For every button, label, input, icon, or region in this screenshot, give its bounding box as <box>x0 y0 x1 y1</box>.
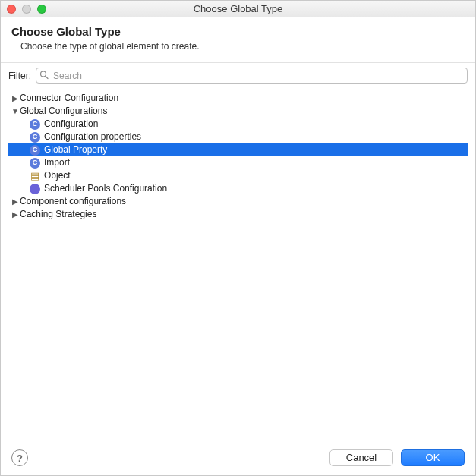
search-input[interactable] <box>36 68 468 84</box>
tree-item-global-configurations[interactable]: ▼ Global Configurations <box>8 105 468 118</box>
tree-item-label: Object <box>43 169 71 182</box>
filter-row: Filter: <box>1 63 475 90</box>
tree-item-label: Scheduler Pools Configuration <box>43 182 167 195</box>
mule-config-icon: C <box>30 145 40 156</box>
help-button[interactable]: ? <box>11 449 28 466</box>
page-subtitle: Choose the type of global element to cre… <box>20 41 465 52</box>
object-icon: ▤ <box>30 171 40 181</box>
window-title: Choose Global Type <box>1 3 475 14</box>
zoom-icon[interactable] <box>37 5 46 14</box>
cancel-button[interactable]: Cancel <box>329 449 393 466</box>
window-controls <box>7 5 46 14</box>
close-icon[interactable] <box>7 5 16 14</box>
tree-item-label: Import <box>43 156 70 169</box>
tree-container[interactable]: ▶ Connector Configuration ▼ Global Confi… <box>8 90 468 443</box>
dialog-footer: ? Cancel OK <box>1 443 475 475</box>
tree-item-label: Global Configurations <box>19 105 107 118</box>
titlebar: Choose Global Type <box>1 1 475 17</box>
chevron-right-icon[interactable]: ▶ <box>11 208 19 221</box>
tree-item-component-configurations[interactable]: ▶ Component configurations <box>8 195 468 208</box>
tree-item-caching-strategies[interactable]: ▶ Caching Strategies <box>8 208 468 221</box>
button-label: Cancel <box>346 452 377 463</box>
mule-config-icon: C <box>30 119 40 130</box>
filter-label: Filter: <box>8 71 31 81</box>
chevron-down-icon[interactable]: ▼ <box>11 105 19 118</box>
chevron-right-icon[interactable]: ▶ <box>11 92 19 105</box>
ok-button[interactable]: OK <box>401 449 465 466</box>
help-icon: ? <box>17 452 23 464</box>
tree-item-import[interactable]: C Import <box>8 156 468 169</box>
chevron-right-icon[interactable]: ▶ <box>11 195 19 208</box>
scheduler-icon <box>30 184 40 194</box>
dialog-window: Choose Global Type Choose Global Type Ch… <box>0 0 476 476</box>
dialog-header: Choose Global Type Choose the type of gl… <box>1 17 475 63</box>
tree-item-label: Caching Strategies <box>19 208 96 221</box>
tree-item-label: Configuration properties <box>43 131 141 143</box>
tree-item-scheduler-pools[interactable]: Scheduler Pools Configuration <box>8 182 468 195</box>
tree: ▶ Connector Configuration ▼ Global Confi… <box>8 90 468 222</box>
minimize-icon <box>22 5 31 14</box>
tree-item-configuration-properties[interactable]: C Configuration properties <box>8 131 468 143</box>
tree-item-label: Global Property <box>43 143 107 156</box>
tree-item-label: Connector Configuration <box>19 92 118 105</box>
tree-item-label: Component configurations <box>19 195 126 208</box>
tree-item-label: Configuration <box>43 118 98 131</box>
search-wrap <box>36 68 468 84</box>
tree-item-global-property[interactable]: C Global Property <box>8 143 468 156</box>
tree-item-configuration[interactable]: C Configuration <box>8 118 468 131</box>
tree-item-connector-configuration[interactable]: ▶ Connector Configuration <box>8 92 468 105</box>
mule-config-icon: C <box>30 132 40 143</box>
button-label: OK <box>426 452 440 463</box>
tree-item-object[interactable]: ▤ Object <box>8 169 468 182</box>
mule-config-icon: C <box>30 158 40 169</box>
page-title: Choose Global Type <box>11 25 465 38</box>
